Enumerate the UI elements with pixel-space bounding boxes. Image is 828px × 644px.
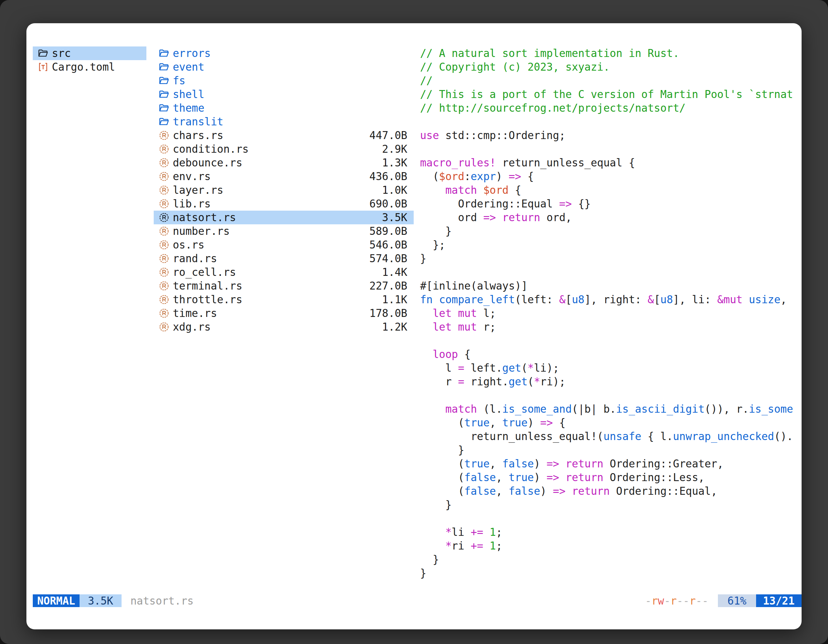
code-line xyxy=(420,389,801,402)
entry-name: chars.rs xyxy=(173,128,369,142)
status-bar-left: NORMAL 3.5K natsort.rs xyxy=(33,594,193,607)
dir-row[interactable]: src xyxy=(33,47,146,60)
file-row[interactable]: layer.rs1.0K xyxy=(154,183,414,197)
entry-name: event xyxy=(173,60,407,74)
entry-size: 574.0B xyxy=(369,252,407,265)
rust-file-icon xyxy=(159,280,173,291)
file-row[interactable]: condition.rs2.9K xyxy=(154,142,414,156)
file-row[interactable]: lib.rs690.0B xyxy=(154,197,414,211)
code-line: let mut r; xyxy=(420,320,801,334)
entry-size: 1.0K xyxy=(382,183,407,197)
dir-row[interactable]: translit xyxy=(154,115,414,128)
dir-row[interactable]: shell xyxy=(154,88,414,101)
folder-icon xyxy=(159,89,173,100)
code-line: match $ord { xyxy=(420,183,801,197)
code-line: ($ord:expr) => { xyxy=(420,169,801,183)
entry-size: 690.0B xyxy=(369,197,407,211)
entry-name: layer.rs xyxy=(173,183,382,197)
file-row[interactable]: xdg.rs1.2K xyxy=(154,320,414,334)
status-bar-right: -rw-r--r-- 61% 13/21 xyxy=(645,594,801,607)
file-row[interactable]: ro_cell.rs1.4K xyxy=(154,265,414,279)
yazi-window: srcCargo.toml errorseventfsshellthemetra… xyxy=(27,23,801,629)
folder-icon xyxy=(159,62,173,72)
entry-size: 589.0B xyxy=(369,224,407,238)
file-row[interactable]: env.rs436.0B xyxy=(154,169,414,183)
code-line: // This is a port of the C version of Ma… xyxy=(420,88,801,101)
rust-file-icon xyxy=(159,240,173,250)
file-row[interactable]: throttle.rs1.1K xyxy=(154,293,414,306)
entry-size: 2.9K xyxy=(382,142,407,156)
file-row[interactable]: chars.rs447.0B xyxy=(154,128,414,142)
entry-size: 1.1K xyxy=(382,293,407,306)
entry-name: condition.rs xyxy=(173,142,382,156)
cursor-position-badge: 13/21 xyxy=(756,594,801,607)
code-line: *li += 1; xyxy=(420,525,801,539)
dir-row[interactable]: theme xyxy=(154,101,414,115)
code-line: l = left.get(*li); xyxy=(420,361,801,375)
entry-name: errors xyxy=(173,47,407,60)
rust-file-icon xyxy=(159,185,173,195)
file-row[interactable]: time.rs178.0B xyxy=(154,306,414,320)
current-panel: errorseventfsshellthemetranslitchars.rs4… xyxy=(154,47,414,334)
rust-file-icon xyxy=(159,294,173,305)
code-line: r = right.get(*ri); xyxy=(420,375,801,389)
entry-name: throttle.rs xyxy=(173,293,382,306)
code-line: // http://sourcefrog.net/projects/natsor… xyxy=(420,101,801,115)
entry-name: number.rs xyxy=(173,224,369,238)
entry-name: shell xyxy=(173,88,407,101)
code-line: // xyxy=(420,74,801,88)
entry-name: time.rs xyxy=(173,306,369,320)
code-line: // A natural sort implementation in Rust… xyxy=(420,47,801,60)
entry-name: env.rs xyxy=(173,169,369,183)
entry-name: translit xyxy=(173,115,407,128)
entry-name: terminal.rs xyxy=(173,279,369,293)
rust-file-icon xyxy=(159,253,173,264)
entry-name: debounce.rs xyxy=(173,156,382,169)
rust-file-icon xyxy=(159,226,173,237)
file-row[interactable]: Cargo.toml xyxy=(33,60,146,74)
rust-file-icon xyxy=(159,158,173,168)
code-line: ord => return ord, xyxy=(420,211,801,224)
code-line: loop { xyxy=(420,348,801,361)
rust-file-icon xyxy=(159,199,173,209)
code-line xyxy=(420,142,801,156)
scroll-percent-badge: 61% xyxy=(718,594,756,607)
code-line: *ri += 1; xyxy=(420,539,801,553)
file-row[interactable]: rand.rs574.0B xyxy=(154,252,414,265)
entry-name: ro_cell.rs xyxy=(173,265,382,279)
folder-icon xyxy=(159,116,173,127)
code-line: }; xyxy=(420,238,801,252)
file-row[interactable]: natsort.rs3.5K xyxy=(154,211,414,224)
file-row[interactable]: terminal.rs227.0B xyxy=(154,279,414,293)
parent-panel: srcCargo.toml xyxy=(33,47,146,74)
code-line: } xyxy=(420,553,801,566)
code-line: (false, false) => return Ordering::Equal… xyxy=(420,484,801,498)
entry-name: os.rs xyxy=(173,238,369,252)
code-line xyxy=(420,265,801,279)
code-line: use std::cmp::Ordering; xyxy=(420,128,801,142)
dir-row[interactable]: errors xyxy=(154,47,414,60)
rust-file-icon xyxy=(159,308,173,318)
mode-badge: NORMAL xyxy=(33,594,80,607)
code-line: } xyxy=(420,252,801,265)
file-row[interactable]: number.rs589.0B xyxy=(154,224,414,238)
code-line: (true, true) => { xyxy=(420,416,801,429)
folder-icon xyxy=(159,48,173,58)
code-line: } xyxy=(420,224,801,238)
code-line: #[inline(always)] xyxy=(420,279,801,293)
entry-name: natsort.rs xyxy=(173,211,382,224)
entry-name: xdg.rs xyxy=(173,320,382,334)
code-line: return_unless_equal!(unsafe { l.unwrap_u… xyxy=(420,429,801,443)
rust-file-icon xyxy=(159,322,173,332)
entry-name: Cargo.toml xyxy=(52,60,140,74)
dir-row[interactable]: event xyxy=(154,60,414,74)
dir-row[interactable]: fs xyxy=(154,74,414,88)
entry-size: 447.0B xyxy=(369,128,407,142)
file-row[interactable]: debounce.rs1.3K xyxy=(154,156,414,169)
file-row[interactable]: os.rs546.0B xyxy=(154,238,414,252)
code-line: macro_rules! return_unless_equal { xyxy=(420,156,801,169)
entry-size: 178.0B xyxy=(369,306,407,320)
entry-name: theme xyxy=(173,101,407,115)
code-line: } xyxy=(420,566,801,580)
entry-size: 546.0B xyxy=(369,238,407,252)
